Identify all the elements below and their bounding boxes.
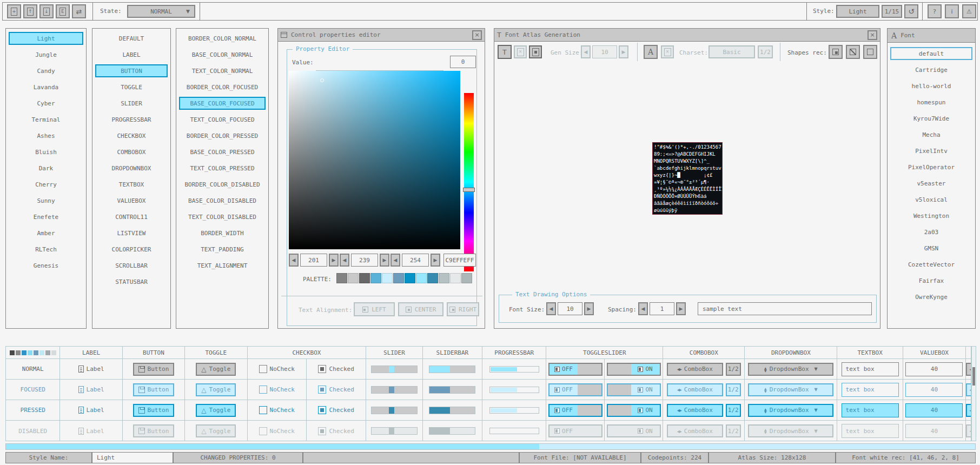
clipped-spinner-button[interactable]: ◀	[966, 404, 971, 417]
color-picker-cursor[interactable]	[320, 78, 324, 82]
align-center-button[interactable]: CENTER	[398, 302, 443, 316]
control-list-item[interactable]: TEXTBOX	[95, 178, 168, 191]
font-list-item[interactable]: homespun	[890, 96, 972, 109]
charset-value-button[interactable]: Basic	[708, 45, 755, 58]
combobox-index[interactable]: 1/2	[726, 383, 741, 396]
slider-handle[interactable]	[389, 366, 394, 373]
font-list-item[interactable]: v5easter	[890, 177, 972, 190]
palette-swatch[interactable]	[439, 273, 449, 283]
clear-charset-button[interactable]: ×	[661, 45, 674, 58]
export-atlas-image-button[interactable]	[529, 45, 542, 58]
font-atlas-preview[interactable]: !"#$%&'()*+,-./01234567 89:;<=>?@ABCDEFG…	[652, 142, 723, 215]
red-value[interactable]: 201	[300, 254, 327, 267]
gen-size-value[interactable]: 10	[592, 45, 617, 58]
property-list-item[interactable]: BASE_COLOR_FOCUSED	[179, 97, 266, 110]
style-list-item[interactable]: Ashes	[9, 129, 83, 142]
palette-swatch[interactable]	[393, 273, 404, 283]
slider-preview[interactable]	[371, 427, 418, 435]
style-index-button[interactable]: 1/15	[882, 5, 902, 18]
palette-swatch[interactable]	[416, 273, 427, 283]
scrollbar-thumb[interactable]	[972, 367, 975, 386]
checkbox-checked[interactable]	[318, 386, 326, 394]
sliderbar-preview[interactable]	[429, 427, 475, 435]
font-text-mode-button[interactable]: T	[498, 45, 512, 59]
property-list-item[interactable]: TEXT_COLOR_PRESSED	[179, 162, 266, 175]
spinner-right-button[interactable]: ▶	[584, 302, 594, 315]
font-list-item[interactable]: Fairfax	[890, 274, 972, 287]
state-dropdown[interactable]: NORMAL ▼	[127, 5, 195, 18]
textbox-preview[interactable]: text box	[842, 362, 899, 376]
valuebox-preview[interactable]: 40	[905, 362, 963, 376]
export-style-button[interactable]: E	[56, 4, 70, 18]
spinner-right-button[interactable]: ▶	[431, 254, 440, 267]
font-list-item[interactable]: PixelOperator	[890, 161, 972, 174]
checkbox-checked[interactable]	[318, 427, 326, 435]
palette-swatch[interactable]	[370, 273, 381, 283]
report-issue-button[interactable]: ⚠	[962, 4, 976, 18]
control-list-item[interactable]: STATUSBAR	[95, 275, 168, 288]
green-value[interactable]: 239	[351, 254, 378, 267]
palette-swatch[interactable]	[461, 273, 472, 283]
spinner-right-button[interactable]: ▶	[380, 254, 389, 267]
textbox-preview[interactable]: text box	[842, 424, 899, 438]
combobox-index[interactable]: 1/2	[726, 404, 741, 417]
hue-bar[interactable]	[464, 93, 474, 271]
style-list-item[interactable]: Genesis	[9, 259, 83, 272]
textbox-preview[interactable]: text box	[842, 383, 899, 397]
toggleslider-off[interactable]: OFF	[548, 383, 602, 396]
control-list-item[interactable]: DROPDOWNBOX	[95, 162, 168, 175]
font-list-item[interactable]: OwreKynge	[890, 290, 972, 303]
style-list-item[interactable]: Amber	[9, 227, 83, 240]
clipped-spinner-button[interactable]: ◀	[966, 383, 971, 396]
slider-preview[interactable]	[371, 366, 418, 373]
checkbox-unchecked[interactable]	[259, 386, 267, 394]
properties-editor-titlebar[interactable]: Control properties editor ×	[278, 29, 485, 42]
style-list-item[interactable]: Lavanda	[9, 81, 83, 94]
button-preview[interactable]: Button	[133, 363, 175, 376]
control-list-item[interactable]: DEFAULT	[95, 32, 168, 45]
spinner-right-button[interactable]: ▶	[329, 254, 339, 267]
property-list-item[interactable]: BASE_COLOR_DISABLED	[179, 194, 266, 207]
combobox-preview[interactable]: ◂▸ComboBox	[667, 363, 723, 376]
spinner-right-button[interactable]: ▶	[619, 45, 628, 58]
valuebox-preview[interactable]: 40	[905, 424, 963, 438]
control-list-item[interactable]: TOGGLE	[95, 81, 168, 94]
combobox-preview[interactable]: ◂▸ComboBox	[667, 404, 723, 417]
combobox-preview[interactable]: ◂▸ComboBox	[667, 424, 723, 437]
palette-swatch[interactable]	[405, 273, 415, 283]
hex-value-box[interactable]: C9EFFEFF	[443, 254, 476, 267]
spinner-right-button[interactable]: ▶	[676, 302, 686, 315]
sliderbar-preview[interactable]	[429, 366, 475, 373]
property-list-item[interactable]: BORDER_WIDTH	[179, 227, 266, 240]
control-list-item[interactable]: LISTVIEW	[95, 227, 168, 240]
clipped-spinner-button[interactable]: ◀	[966, 363, 971, 376]
spinner-left-button[interactable]: ◀	[390, 254, 400, 267]
save-style-button[interactable]: ↓	[39, 4, 54, 18]
combobox-index[interactable]: 1/2	[726, 363, 741, 376]
toggle-preview[interactable]: △Toggle	[196, 424, 236, 437]
property-list-item[interactable]: TEXT_COLOR_DISABLED	[179, 210, 266, 223]
font-list-item[interactable]: Westington	[890, 209, 972, 222]
toggle-preview[interactable]: △Toggle	[196, 404, 236, 417]
button-preview[interactable]: Button	[133, 424, 175, 437]
toggleslider-on[interactable]: ON	[607, 363, 661, 376]
control-list-item[interactable]: LABEL	[95, 48, 168, 61]
property-list-item[interactable]: BORDER_COLOR_DISABLED	[179, 178, 266, 191]
font-atlas-titlebar[interactable]: T Font Atlas Generation ×	[494, 29, 880, 42]
palette-swatch[interactable]	[450, 273, 461, 283]
property-list-item[interactable]: BASE_COLOR_PRESSED	[179, 145, 266, 158]
slider-handle[interactable]	[389, 407, 394, 414]
style-list-item[interactable]: Candy	[9, 64, 83, 77]
style-list-item[interactable]: Dark	[9, 162, 83, 175]
property-list-item[interactable]: BORDER_COLOR_NORMAL	[179, 32, 266, 45]
scrollbar-thumb[interactable]	[6, 444, 539, 449]
shapes-filled-button[interactable]	[829, 45, 843, 59]
palette-swatch[interactable]	[336, 273, 347, 283]
button-preview[interactable]: Button	[133, 404, 175, 417]
font-list-item[interactable]: v5loxical	[890, 193, 972, 206]
shapes-slash-button[interactable]	[846, 45, 860, 59]
horizontal-scrollbar[interactable]	[5, 443, 976, 450]
font-list-item[interactable]: PixelIntv	[890, 144, 972, 157]
property-list-item[interactable]: TEXT_COLOR_NORMAL	[179, 64, 266, 77]
control-list-item[interactable]: CHECKBOX	[95, 129, 168, 142]
